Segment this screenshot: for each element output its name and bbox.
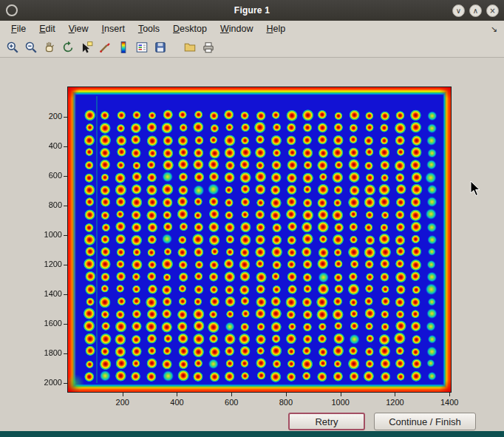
rotate-3d-button[interactable] — [60, 39, 76, 55]
y-tick-mark — [64, 383, 67, 384]
y-tick-label: 1000 — [30, 230, 62, 239]
x-tick-label: 1400 — [431, 398, 468, 407]
menubar-overflow-icon[interactable]: ↘ — [491, 24, 504, 34]
print-icon — [202, 41, 215, 54]
insert-colorbar-button[interactable] — [115, 39, 132, 55]
x-tick-mark — [177, 393, 177, 396]
y-tick-mark — [64, 353, 67, 354]
continue-finish-button[interactable]: Continue / Finish — [374, 413, 476, 430]
brush-icon — [98, 41, 112, 54]
x-tick-label: 600 — [213, 398, 250, 407]
insert-legend-button[interactable] — [134, 39, 150, 55]
y-tick-mark — [64, 117, 67, 118]
plot-canvas[interactable] — [68, 87, 451, 392]
colorbar-icon — [117, 41, 130, 54]
figure-toolbar — [0, 37, 504, 58]
y-tick-mark — [64, 324, 67, 325]
zoom-out-icon — [24, 41, 38, 54]
x-tick-mark — [449, 393, 450, 396]
zoom-out-button[interactable] — [23, 39, 39, 55]
y-tick-mark — [64, 146, 67, 147]
save-button[interactable] — [152, 39, 168, 55]
brush-button[interactable] — [97, 39, 113, 55]
desktop-panel — [0, 431, 504, 437]
menu-tools[interactable]: Tools — [132, 22, 166, 35]
menu-window[interactable]: Window — [214, 22, 259, 35]
x-tick-mark — [395, 393, 395, 396]
pan-icon — [43, 41, 56, 54]
menu-desktop[interactable]: Desktop — [166, 22, 214, 35]
y-tick-label: 1400 — [30, 289, 62, 298]
y-tick-label: 600 — [30, 171, 62, 180]
y-tick-label: 800 — [30, 200, 62, 209]
x-tick-mark — [123, 393, 123, 396]
mouse-cursor — [470, 180, 482, 198]
y-tick-label: 1800 — [30, 348, 62, 357]
x-tick-label: 400 — [158, 398, 195, 407]
open-button[interactable] — [182, 39, 198, 55]
y-tick-label: 1200 — [30, 260, 62, 268]
zoom-in-button[interactable] — [4, 39, 21, 55]
data-cursor-icon — [80, 41, 93, 54]
x-tick-mark — [341, 393, 341, 396]
y-tick-mark — [64, 176, 67, 177]
x-tick-mark — [231, 393, 232, 396]
x-tick-label: 1000 — [322, 398, 359, 407]
menubar: File Edit View Insert Tools Desktop Wind… — [0, 21, 504, 37]
save-icon — [154, 41, 167, 54]
x-tick-label: 800 — [268, 398, 304, 407]
y-tick-mark — [64, 206, 67, 206]
data-cursor-button[interactable] — [78, 39, 95, 55]
menu-file[interactable]: File — [4, 22, 33, 35]
figure-area: Retry Continue / Finish 2004006008001000… — [0, 58, 504, 431]
y-tick-label: 200 — [30, 112, 62, 121]
window-title: Figure 1 — [0, 5, 504, 16]
retry-button[interactable]: Retry — [288, 413, 365, 430]
figure-window: Figure 1 ∨ ∧ × File Edit View Insert Too… — [0, 0, 504, 437]
legend-icon — [135, 41, 149, 54]
print-button[interactable] — [200, 39, 217, 55]
menu-insert[interactable]: Insert — [95, 22, 132, 35]
y-tick-label: 400 — [30, 141, 62, 150]
titlebar[interactable]: Figure 1 ∨ ∧ × — [0, 0, 504, 21]
x-tick-label: 200 — [104, 398, 141, 407]
y-tick-mark — [64, 294, 67, 295]
y-tick-mark — [64, 265, 67, 265]
x-tick-label: 1200 — [376, 398, 413, 407]
y-tick-label: 1600 — [30, 319, 62, 328]
menu-help[interactable]: Help — [259, 22, 292, 35]
rotate-3d-icon — [61, 41, 75, 54]
y-tick-label: 2000 — [30, 378, 62, 387]
x-tick-mark — [286, 393, 287, 396]
pan-button[interactable] — [41, 39, 58, 55]
zoom-in-icon — [6, 41, 19, 54]
menu-edit[interactable]: Edit — [33, 22, 62, 35]
menu-view[interactable]: View — [62, 22, 95, 35]
y-tick-mark — [64, 235, 67, 236]
open-folder-icon — [183, 41, 197, 54]
